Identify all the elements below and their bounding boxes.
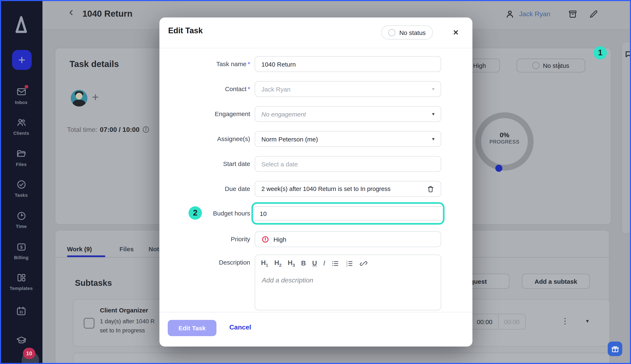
- start-date-input[interactable]: Select a date: [255, 156, 441, 172]
- status-circle-icon: [532, 62, 540, 69]
- chevron-down-icon: ▾: [432, 111, 434, 117]
- user-badge-count: 10: [23, 348, 35, 359]
- sidebar-item-billing[interactable]: $ Billing: [0, 242, 43, 260]
- bold-button[interactable]: B: [301, 260, 306, 267]
- trash-icon[interactable]: [427, 185, 434, 193]
- subtask-time-inputs[interactable]: 00:00 00:00: [471, 314, 526, 330]
- contact-select[interactable]: Jack Ryan▾: [255, 81, 441, 97]
- assignees-label: Assignee(s): [159, 131, 250, 147]
- time-logged-input[interactable]: 00:00: [471, 314, 498, 329]
- description-placeholder: Add a description: [262, 277, 313, 284]
- tab-work[interactable]: Work (9): [67, 246, 92, 252]
- budget-hours-input[interactable]: 10: [255, 206, 441, 220]
- clock-icon: [16, 210, 27, 221]
- client-link[interactable]: Jack Ryan: [519, 10, 550, 18]
- page-title: 1040 Return: [83, 9, 132, 19]
- close-icon[interactable]: ✕: [453, 28, 459, 37]
- field-row-engagement: Engagement No engagement▾: [159, 106, 472, 122]
- modal-header-divider: [159, 48, 472, 48]
- sidebar-item-templates[interactable]: Templates: [0, 272, 43, 291]
- due-date-input[interactable]: 2 week(s) after 1040 Return is set to In…: [255, 181, 441, 197]
- add-subtask-button[interactable]: Add a subtask: [522, 274, 590, 289]
- tab-work-count: (9): [84, 246, 92, 252]
- subtask-expand-icon[interactable]: ▾: [586, 318, 589, 324]
- add-subtask-label: Add a subtask: [534, 278, 577, 285]
- back-icon[interactable]: ‹: [69, 6, 73, 18]
- archive-icon[interactable]: [568, 9, 578, 19]
- progress-value: 0%: [481, 132, 528, 139]
- edit-task-modal: Edit Task No status ✕ Task name* 1040 Re…: [159, 18, 472, 346]
- notification-dot: [24, 85, 28, 88]
- sidebar-item-label: Clients: [0, 130, 43, 136]
- person-icon: [505, 9, 515, 19]
- subtask-menu-icon[interactable]: ⋮: [561, 316, 569, 326]
- rich-text-toolbar: H1 H2 H3 B U I 123: [261, 259, 368, 268]
- cancel-button[interactable]: Cancel: [229, 324, 251, 331]
- assignee-avatar[interactable]: [71, 90, 87, 106]
- description-editor[interactable]: H1 H2 H3 B U I 123 Add a desc: [255, 254, 441, 310]
- sidebar-item-files[interactable]: Files: [0, 148, 43, 167]
- subtasks-heading: Subtasks: [75, 278, 112, 288]
- assignees-select[interactable]: Norm Peterson (me)▾: [255, 131, 441, 147]
- sidebar-create-button[interactable]: +: [12, 50, 32, 70]
- subtask-checkbox[interactable]: [84, 318, 95, 329]
- templates-icon: [16, 272, 27, 283]
- sidebar-item-label: Files: [0, 162, 43, 167]
- sidebar-item-time[interactable]: Time: [0, 210, 43, 229]
- h3-button[interactable]: H3: [288, 259, 295, 268]
- italic-button[interactable]: I: [323, 259, 325, 268]
- priority-high-icon: [261, 235, 269, 243]
- sidebar-item-inbox[interactable]: Inbox: [0, 86, 43, 105]
- active-tab-underline: [67, 256, 105, 257]
- inbox-icon: [16, 86, 27, 97]
- sidebar-item-label: Templates: [0, 286, 43, 291]
- ordered-list-button[interactable]: 123: [345, 260, 353, 267]
- engagement-select[interactable]: No engagement▾: [255, 106, 441, 122]
- edit-pencil-icon[interactable]: [588, 9, 598, 19]
- progress-dot: [495, 165, 502, 172]
- sidebar-item-academy[interactable]: [0, 335, 43, 348]
- modal-status-label: No status: [399, 29, 426, 36]
- subtask-row[interactable]: Life Event & Wage/Income ... No priority: [73, 353, 610, 364]
- required-asterisk: *: [248, 60, 250, 68]
- field-row-description: Description H1 H2 H3 B U I 123: [159, 254, 472, 310]
- sidebar-item-tasks[interactable]: Tasks: [0, 179, 43, 198]
- annotation-step-2: 2: [189, 206, 202, 220]
- time-budget-input[interactable]: 00:00: [498, 314, 525, 329]
- add-assignee-button[interactable]: +: [92, 91, 99, 104]
- priority-pill-label: High: [473, 62, 486, 69]
- billing-icon: $: [16, 242, 27, 252]
- modal-footer-divider: [159, 312, 472, 312]
- tab-work-label: Work: [67, 246, 83, 252]
- whats-new-button[interactable]: [608, 342, 622, 356]
- underline-button[interactable]: U: [312, 260, 317, 267]
- submit-edit-task-button[interactable]: Edit Task: [168, 320, 216, 336]
- task-name-input[interactable]: 1040 Return: [255, 56, 441, 72]
- field-row-task-name: Task name* 1040 Return: [159, 56, 472, 72]
- h1-button[interactable]: H1: [261, 259, 268, 268]
- subtask-desc-line2: set to In progress: [100, 327, 145, 334]
- engagement-label: Engagement: [159, 106, 250, 122]
- card-menu-icon[interactable]: ⋮: [555, 61, 563, 70]
- priority-select[interactable]: High: [255, 231, 441, 247]
- clients-icon: [16, 117, 27, 128]
- sidebar-item-clients[interactable]: Clients: [0, 117, 43, 136]
- svg-text:$: $: [20, 244, 23, 250]
- tab-files[interactable]: Files: [120, 246, 134, 252]
- status-pill[interactable]: No status: [516, 59, 585, 72]
- bullet-list-button[interactable]: [331, 260, 339, 267]
- total-time: Total time: 07:00 / 10:00: [67, 126, 150, 134]
- field-row-start-date: Start date Select a date: [159, 156, 472, 172]
- field-row-contact: Contact* Jack Ryan▾: [159, 81, 472, 97]
- chat-icon[interactable]: [625, 50, 631, 60]
- h2-button[interactable]: H2: [274, 259, 281, 268]
- sidebar-item-label: Time: [0, 224, 43, 229]
- info-icon: [142, 126, 150, 134]
- subtask-desc-line1: 1 day(s) after 1040 R: [100, 318, 155, 324]
- total-time-value: 07:00 / 10:00: [100, 126, 140, 133]
- link-button[interactable]: [360, 260, 368, 267]
- modal-status-pill[interactable]: No status: [381, 26, 433, 40]
- field-row-budget-hours: Budget hours 10: [159, 206, 472, 221]
- sidebar-item-calendar[interactable]: 31: [0, 306, 43, 318]
- priority-label: Priority: [159, 231, 250, 247]
